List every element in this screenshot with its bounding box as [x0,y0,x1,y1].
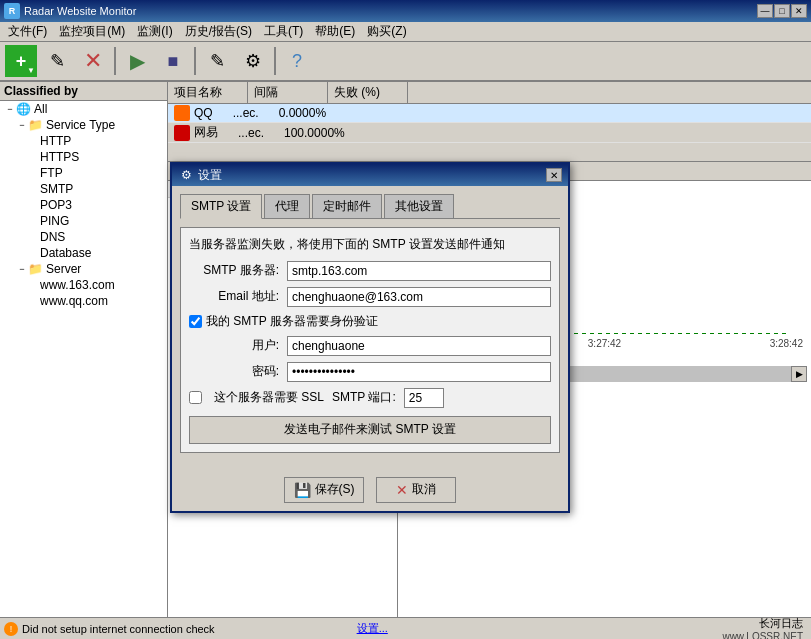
password-label: 密码: [189,363,279,380]
table-row-163[interactable]: 网易 ...ec. 100.0000% [168,123,811,143]
globe-icon-all: 🌐 [16,102,31,116]
dialog-footer: 💾 保存(S) ✕ 取消 [172,469,568,511]
minimize-button[interactable]: — [757,4,773,18]
status-message: Did not setup internet connection check [22,623,357,635]
folder-icon-service-type: 📁 [28,118,43,132]
cancel-button[interactable]: ✕ 取消 [376,477,456,503]
site-name-163: 网易 [194,124,218,141]
settings-dialog: ⚙ 设置 ✕ SMTP 设置 代理 定时邮件 其他设置 当服务器监测失败，将使用… [170,162,570,513]
table-row-qq[interactable]: QQ ...ec. 0.0000% [168,104,811,123]
left-panel-header: Classified by [0,82,167,101]
tree-item-ftp[interactable]: FTP [0,165,167,181]
dialog-body: SMTP 设置 代理 定时邮件 其他设置 当服务器监测失败，将使用下面的 SMT… [172,186,568,469]
toolbar: + ▼ ✎ ✕ ▶ ■ ✎ ⚙ ? [0,42,811,82]
tree-item-dns[interactable]: DNS [0,229,167,245]
menu-tools[interactable]: 工具(T) [258,21,309,42]
smtp-server-input[interactable] [287,261,551,281]
tree-item-qq[interactable]: www.qq.com [0,293,167,309]
username-label: 用户: [189,337,279,354]
delete-button[interactable]: ✕ [76,44,110,78]
tab-smtp[interactable]: SMTP 设置 [180,194,262,219]
port-label: SMTP 端口: [332,389,396,406]
tree-item-server[interactable]: − 📁 Server [0,261,167,277]
username-input[interactable] [287,336,551,356]
tree-label-qq: www.qq.com [40,294,108,308]
menu-file[interactable]: 文件(F) [2,21,53,42]
tree-label-163: www.163.com [40,278,115,292]
tab-proxy[interactable]: 代理 [264,194,310,218]
site-icon-qq [174,105,190,121]
tab-other-settings[interactable]: 其他设置 [384,194,454,218]
maximize-button[interactable]: □ [774,4,790,18]
tree-item-163[interactable]: www.163.com [0,277,167,293]
table-header: 项目名称 间隔 失败 (%) [168,82,811,104]
expand-icon-service-type: − [16,120,28,130]
site-interval-163: ...ec. [238,126,264,140]
tree-item-service-type[interactable]: − 📁 Service Type [0,117,167,133]
tree-label-smtp: SMTP [40,182,73,196]
sites-table-area: 项目名称 间隔 失败 (%) QQ ...ec. 0.0000% 网易 ...e… [168,82,811,162]
status-right-area: 长河日志 www.LOSSR.NET [722,616,803,640]
site-failure-qq: 0.0000% [279,106,326,120]
main-layout: Classified by − 🌐 All − 📁 Service Type H… [0,82,811,617]
dialog-close-button[interactable]: ✕ [546,168,562,182]
menu-buy[interactable]: 购买(Z) [361,21,412,42]
edit2-button[interactable]: ✎ [200,44,234,78]
tree-item-https[interactable]: HTTPS [0,149,167,165]
col-interval: 间隔 [248,82,328,103]
ssl-row: 这个服务器需要 SSL SMTP 端口: [189,388,551,408]
separator-3 [274,47,276,75]
save-icon: 💾 [294,482,311,498]
tree-label-http: HTTP [40,134,71,148]
form-description: 当服务器监测失败，将使用下面的 SMTP 设置发送邮件通知 [189,236,551,253]
tree-label-pop3: POP3 [40,198,72,212]
menu-history[interactable]: 历史/报告(S) [179,21,258,42]
port-input[interactable] [404,388,444,408]
status-right-text2: www.LOSSR.NET [722,631,803,640]
menu-monitor-items[interactable]: 监控项目(M) [53,21,131,42]
tree-item-all[interactable]: − 🌐 All [0,101,167,117]
email-input[interactable] [287,287,551,307]
auth-checkbox[interactable] [189,315,202,328]
scroll-right-btn[interactable]: ▶ [791,366,807,382]
app-title: Radar Website Monitor [24,5,757,17]
tree-label-service-type: Service Type [46,118,115,132]
settings-button[interactable]: ⚙ [236,44,270,78]
menu-help[interactable]: 帮助(E) [309,21,361,42]
close-button[interactable]: ✕ [791,4,807,18]
dialog-title-text: 设置 [198,167,546,184]
menu-monitor[interactable]: 监测(I) [131,21,178,42]
add-button[interactable]: + ▼ [4,44,38,78]
stop-button[interactable]: ■ [156,44,190,78]
tree-label-ping: PING [40,214,69,228]
settings-link[interactable]: 设置... [357,621,388,636]
separator-1 [114,47,116,75]
tab-scheduled-mail[interactable]: 定时邮件 [312,194,382,218]
tree-label-dns: DNS [40,230,65,244]
cancel-icon: ✕ [396,482,408,498]
tree-item-pop3[interactable]: POP3 [0,197,167,213]
title-bar: R Radar Website Monitor — □ ✕ [0,0,811,22]
edit-button[interactable]: ✎ [40,44,74,78]
help-button[interactable]: ? [280,44,314,78]
tree-item-smtp[interactable]: SMTP [0,181,167,197]
status-right-text1: 长河日志 [722,616,803,631]
expand-icon-server: − [16,264,28,274]
username-row: 用户: [189,336,551,356]
window-controls: — □ ✕ [757,4,807,18]
auth-checkbox-row: 我的 SMTP 服务器需要身份验证 [189,313,551,330]
tree-item-http[interactable]: HTTP [0,133,167,149]
tree-item-database[interactable]: Database [0,245,167,261]
ssl-checkbox[interactable] [189,391,202,404]
status-bar: ! Did not setup internet connection chec… [0,617,811,639]
x-label-3: 3:28:42 [770,338,803,349]
dialog-title-icon: ⚙ [178,167,194,183]
save-button[interactable]: 💾 保存(S) [284,477,364,503]
dialog-titlebar: ⚙ 设置 ✕ [172,164,568,186]
test-smtp-button[interactable]: 发送电子邮件来测试 SMTP 设置 [189,416,551,444]
tree-item-ping[interactable]: PING [0,213,167,229]
password-input[interactable] [287,362,551,382]
ssl-label: 这个服务器需要 SSL [214,389,324,406]
site-name-qq: QQ [194,106,213,120]
start-button[interactable]: ▶ [120,44,154,78]
